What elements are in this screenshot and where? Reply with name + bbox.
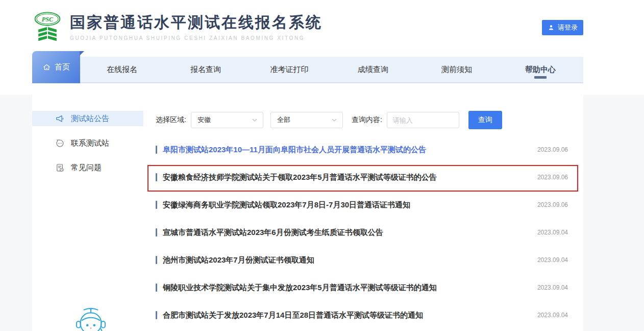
sidebar-item-2[interactable]: 常见问题 <box>32 160 143 175</box>
announcement-row: 铜陵职业技术学院测试站关于集中发放2023年5月普通话水平测试等级证书的通知20… <box>156 274 568 301</box>
user-icon <box>548 24 555 31</box>
announcement-rows: 阜阳市测试站2023年10—11月面向阜阳市社会人员开展普通话水平测试的公告20… <box>156 136 568 329</box>
main-area: 测试站公告联系测试站常见问题 选 <box>0 95 644 331</box>
announcement-title-link[interactable]: 安徽绿海商务职业学院测试站领取2023年7月8日-7月30日普通话证书通知 <box>163 200 410 210</box>
sidebar-item-1[interactable]: 联系测试站 <box>32 135 143 151</box>
nav-tabs: 首页在线报名报名查询准考证打印成绩查询测前须知帮助中心 <box>32 57 583 83</box>
psc-logo: PSC <box>32 11 63 43</box>
nav-tab-2[interactable]: 报名查询 <box>164 57 247 82</box>
announcement-date: 2023.09.04 <box>528 229 568 236</box>
sidebar-items: 测试站公告联系测试站常见问题 <box>32 111 143 175</box>
announcement-date: 2023.09.04 <box>528 312 568 319</box>
list-bullet-bar <box>156 173 157 181</box>
login-label: 请登录 <box>558 23 578 32</box>
nav-tab-5[interactable]: 测前须知 <box>415 57 499 82</box>
list-bullet-bar <box>156 228 157 237</box>
nav-tab-3[interactable]: 准考证打印 <box>247 57 331 82</box>
chevron-down-icon <box>252 117 258 123</box>
robot-mascot-icon[interactable] <box>75 305 107 331</box>
content-panel: 测试站公告联系测试站常见问题 选 <box>32 95 583 331</box>
announcement-date: 2023.09.04 <box>528 256 568 264</box>
nav-tab-6[interactable]: 帮助中心 <box>499 57 582 82</box>
announcement-list-area: 选择区域: 安徽 全部 查询内容: 查询 阜阳市测试站2023年10—1 <box>143 95 583 331</box>
nav-tab-label: 测前须知 <box>441 65 472 75</box>
nav-content-gap <box>0 83 644 95</box>
announcement-row: 安徽粮食经济技师学院测试站关于领取2023年5月普通话水平测试等级证书的公告20… <box>156 163 568 191</box>
site-subtitle: GUOJIA PUTONGHUA SHUIPING CESHI ZAIXIAN … <box>70 35 323 41</box>
announcement-date: 2023.09.04 <box>528 284 568 291</box>
announcement-row: 合肥市测试站关于发放2023年7月14日至28日普通话水平测试等级证书的通知20… <box>156 301 568 329</box>
announcement-row: 安徽绿海商务职业学院测试站领取2023年7月8日-7月30日普通话证书通知202… <box>156 191 568 219</box>
announcement-title-link[interactable]: 阜阳市测试站2023年10—11月面向阜阳市社会人员开展普通话水平测试的公告 <box>163 145 426 155</box>
nav-tab-label: 在线报名 <box>107 65 137 75</box>
main-nav: 首页在线报名报名查询准考证打印成绩查询测前须知帮助中心 <box>0 53 644 83</box>
nav-tab-label: 首页 <box>55 62 70 72</box>
category-select[interactable]: 全部 <box>270 112 343 128</box>
announcement-row: 宣城市普通话水平测试站2023年6月份测试考生纸质证书领取公告2023.09.0… <box>156 219 568 246</box>
region-select-value: 安徽 <box>197 115 211 125</box>
list-bullet-bar <box>156 201 157 209</box>
list-bullet-bar <box>156 146 157 154</box>
announcement-title-link[interactable]: 池州市测试站2023年7月份测试证书领取通知 <box>163 255 314 265</box>
nav-tab-label: 帮助中心 <box>525 65 556 75</box>
announcement-date: 2023.09.06 <box>528 146 568 153</box>
sidebar-item-label: 常见问题 <box>71 163 102 173</box>
announcement-date: 2023.09.06 <box>528 174 568 181</box>
list-bullet-bar <box>156 283 157 292</box>
home-icon <box>42 63 51 72</box>
query-filter-label: 查询内容: <box>352 115 382 125</box>
svg-text:PSC: PSC <box>42 15 54 22</box>
announcement-title-link[interactable]: 安徽粮食经济技师学院测试站关于领取2023年5月普通话水平测试等级证书的公告 <box>163 173 437 182</box>
announcement-title-link[interactable]: 合肥市测试站关于发放2023年7月14日至28日普通话水平测试等级证书的通知 <box>163 311 423 320</box>
megaphone-icon <box>55 114 65 124</box>
list-bullet-bar <box>156 311 157 319</box>
chevron-down-icon <box>331 117 337 123</box>
query-input[interactable] <box>387 112 459 128</box>
sidebar-item-0[interactable]: 测试站公告 <box>32 111 143 126</box>
announcement-row: 阜阳市测试站2023年10—11月面向阜阳市社会人员开展普通话水平测试的公告20… <box>156 136 568 163</box>
sidebar-item-label: 测试站公告 <box>71 114 109 124</box>
nav-tab-home[interactable]: 首页 <box>32 51 80 83</box>
search-button[interactable]: 查询 <box>468 111 502 129</box>
announcement-title-link[interactable]: 铜陵职业技术学院测试站关于集中发放2023年5月普通话水平测试等级证书的通知 <box>163 283 437 293</box>
nav-tab-4[interactable]: 成绩查询 <box>331 57 415 82</box>
page-header: PSC 国家普通话水平测试在线报名系统 GUOJIA PUTONGHUA SHU… <box>0 0 644 53</box>
sidebar: 测试站公告联系测试站常见问题 <box>32 95 143 331</box>
nav-tab-label: 成绩查询 <box>358 65 388 75</box>
nav-tab-label: 报名查询 <box>190 65 221 75</box>
nav-tab-label: 准考证打印 <box>270 65 309 75</box>
nav-tab-1[interactable]: 在线报名 <box>80 57 164 82</box>
site-title: 国家普通话水平测试在线报名系统 <box>70 12 323 33</box>
announcement-row: 池州市测试站2023年7月份测试证书领取通知2023.09.04 <box>156 246 568 274</box>
list-bullet-bar <box>156 256 157 264</box>
login-button[interactable]: 请登录 <box>542 20 583 35</box>
sidebar-item-label: 联系测试站 <box>71 138 109 148</box>
announcement-date: 2023.09.06 <box>528 201 568 208</box>
filter-bar: 选择区域: 安徽 全部 查询内容: 查询 <box>156 111 568 129</box>
region-filter-label: 选择区域: <box>156 115 186 125</box>
chat-icon <box>55 138 65 148</box>
category-select-value: 全部 <box>277 115 290 125</box>
announcement-title-link[interactable]: 宣城市普通话水平测试站2023年6月份测试考生纸质证书领取公告 <box>163 228 383 238</box>
region-select[interactable]: 安徽 <box>191 112 263 128</box>
faq-icon <box>55 163 65 173</box>
